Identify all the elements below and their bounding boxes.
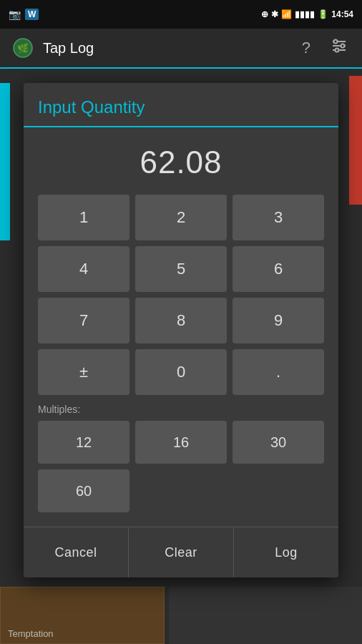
multiple-12[interactable]: 12 — [38, 421, 129, 464]
key-2[interactable]: 2 — [135, 195, 227, 240]
key-6[interactable]: 6 — [233, 246, 324, 292]
svg-point-6 — [341, 44, 345, 48]
multiple-16[interactable]: 16 — [135, 421, 227, 464]
dialog-title: Input Quantity — [38, 97, 145, 117]
key-7[interactable]: 7 — [38, 298, 129, 343]
multiple-30[interactable]: 30 — [233, 421, 324, 464]
clear-button[interactable]: Clear — [129, 527, 234, 577]
app-bar: 🌿 Tap Log ? — [0, 29, 362, 69]
wifi-icon: 📶 — [281, 9, 292, 19]
dialog-body: 62.08 1 2 3 4 5 6 7 8 9 ± 0 . Multiples:… — [24, 127, 338, 524]
help-button[interactable]: ? — [299, 36, 313, 60]
dialog-header: Input Quantity — [24, 83, 338, 127]
key-9[interactable]: 9 — [233, 298, 324, 343]
app-logo: 🌿 — [11, 36, 34, 59]
status-icons: ⊕ ✱ 📶 ▮▮▮▮ 🔋 14:54 — [261, 9, 353, 19]
multiples-row1: 12 16 30 — [38, 421, 324, 464]
time-display: 14:54 — [331, 9, 353, 19]
multiples-label: Multiples: — [38, 404, 324, 415]
app-bar-actions: ? — [299, 34, 351, 62]
multiples-row2: 60 — [38, 469, 324, 512]
key-dot[interactable]: . — [233, 349, 324, 395]
dialog-overlay: Input Quantity 62.08 1 2 3 4 5 6 7 8 9 ±… — [0, 69, 362, 644]
settings-button[interactable] — [328, 34, 351, 62]
key-4[interactable]: 4 — [38, 246, 129, 292]
app-title: Tap Log — [43, 40, 299, 57]
input-quantity-dialog: Input Quantity 62.08 1 2 3 4 5 6 7 8 9 ±… — [24, 83, 338, 577]
crosshair-icon: ⊕ — [261, 9, 268, 19]
key-plusminus[interactable]: ± — [38, 349, 129, 395]
multiple-60[interactable]: 60 — [38, 469, 129, 512]
battery-icon: 🔋 — [318, 9, 328, 19]
status-bar-left: 📷 W — [9, 9, 39, 20]
key-0[interactable]: 0 — [135, 349, 227, 395]
key-5[interactable]: 5 — [135, 246, 227, 292]
svg-point-5 — [334, 40, 338, 44]
svg-point-7 — [336, 49, 339, 52]
dialog-footer: Cancel Clear Log — [24, 527, 338, 577]
quantity-display: 62.08 — [38, 139, 324, 195]
keypad: 1 2 3 4 5 6 7 8 9 ± 0 . — [38, 195, 324, 395]
signal-icon: ▮▮▮▮ — [295, 9, 315, 19]
key-3[interactable]: 3 — [233, 195, 324, 240]
cancel-button[interactable]: Cancel — [24, 527, 129, 577]
bluetooth-icon: ✱ — [271, 9, 278, 19]
svg-text:🌿: 🌿 — [17, 42, 29, 54]
key-1[interactable]: 1 — [38, 195, 129, 240]
w-icon: W — [25, 9, 39, 20]
screenshot-icon: 📷 — [9, 9, 21, 20]
log-button[interactable]: Log — [234, 527, 338, 577]
status-bar: 📷 W ⊕ ✱ 📶 ▮▮▮▮ 🔋 14:54 — [0, 0, 362, 29]
key-8[interactable]: 8 — [135, 298, 227, 343]
